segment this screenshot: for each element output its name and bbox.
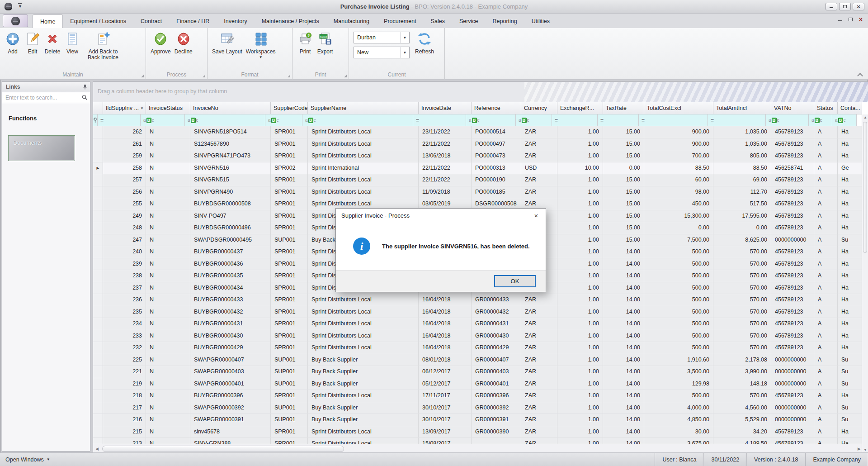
column-header-2[interactable]: InvoiceNo: [190, 102, 271, 114]
tab-utilities[interactable]: Utilities: [524, 14, 557, 28]
format-dialog-launcher-icon[interactable]: [288, 75, 290, 77]
table-row[interactable]: 221NSWAPGR00000403SUP001Buy Back Supplie…: [93, 366, 862, 378]
refresh-button[interactable]: Refresh: [413, 30, 436, 56]
table-row[interactable]: 235NBUYBGR00000432SPR001Sprint Distribut…: [93, 306, 862, 319]
column-header-3[interactable]: SupplierCode: [271, 102, 308, 114]
filter-cell-3[interactable]: aBc: [265, 114, 302, 126]
maintain-dialog-launcher-icon[interactable]: [141, 75, 144, 77]
export-button[interactable]: XLSX Export: [315, 30, 335, 56]
vertical-scrollbar[interactable]: ▲ ▼: [862, 114, 868, 453]
table-row[interactable]: 234NBUYBGR00000431SPR001Sprint Distribut…: [93, 318, 862, 330]
filter-cell-12[interactable]: aBc: [766, 114, 809, 126]
filter-cell-6[interactable]: aBc: [466, 114, 516, 126]
scroll-right-icon[interactable]: ▶: [858, 447, 861, 451]
tab-procurement[interactable]: Procurement: [377, 14, 424, 28]
table-row[interactable]: 261NS1234567890SPR001Sprint Distributors…: [93, 138, 862, 151]
table-row[interactable]: 217NSWAPGR00000392SUP001Buy Back Supplie…: [93, 402, 862, 414]
print-dialog-launcher-icon[interactable]: [344, 75, 347, 77]
table-row[interactable]: 262NSINVGRN518PO514SPR001Sprint Distribu…: [93, 126, 862, 138]
site-dropdown[interactable]: Durban ▼: [354, 32, 410, 43]
column-header-10[interactable]: TotalCostExcl: [644, 102, 713, 114]
column-header-14[interactable]: Conta...: [838, 102, 862, 114]
scroll-up-icon[interactable]: ▲: [862, 115, 868, 119]
table-row[interactable]: 215Nsinv45678SPR001Sprint Distributors L…: [93, 426, 862, 438]
delete-button[interactable]: Delete: [42, 30, 62, 56]
column-header-4[interactable]: SupplierName: [308, 102, 419, 114]
column-header-6[interactable]: Reference: [472, 102, 521, 114]
tab-finance-hr[interactable]: Finance / HR: [169, 14, 217, 28]
add-button[interactable]: Add: [3, 30, 23, 56]
filter-cell-4[interactable]: aBc: [302, 114, 413, 126]
process-dialog-launcher-icon[interactable]: [203, 75, 205, 77]
chevron-down-icon[interactable]: ▼: [400, 32, 409, 43]
column-header-8[interactable]: ExchangeR...: [557, 102, 603, 114]
filter-cell-5[interactable]: =: [413, 114, 466, 126]
pin-icon[interactable]: [83, 84, 87, 90]
approve-button[interactable]: Approve: [149, 30, 173, 56]
workspaces-button[interactable]: Workspaces ▼: [244, 30, 278, 60]
column-header-11[interactable]: TotalAmtIncl: [713, 102, 771, 114]
print-button[interactable]: ? Print: [295, 30, 315, 56]
table-row[interactable]: 213NSINV-GRN388SPR001Sprint Distributors…: [93, 438, 862, 444]
group-by-bar[interactable]: Drag a column header here to group by th…: [93, 82, 868, 102]
filter-cell-7[interactable]: aBc: [516, 114, 552, 126]
collapse-ribbon-icon[interactable]: [858, 72, 862, 76]
table-row[interactable]: 218NBUYBGR00000396SPR001Sprint Distribut…: [93, 390, 862, 402]
filter-cell-14[interactable]: aBc: [832, 114, 857, 126]
view-button[interactable]: View: [62, 30, 82, 56]
minimize-button[interactable]: [826, 3, 837, 10]
add-back-to-back-invoice-button[interactable]: Add Back to Back Invoice: [82, 30, 124, 62]
filter-cell-10[interactable]: =: [639, 114, 708, 126]
state-dropdown[interactable]: New ▼: [354, 47, 410, 58]
chevron-down-icon[interactable]: ▼: [400, 47, 409, 58]
child-close-button[interactable]: ×: [859, 16, 863, 23]
column-header-12[interactable]: VATNo: [771, 102, 814, 114]
filter-cell-13[interactable]: aBc: [809, 114, 832, 126]
tab-reporting[interactable]: Reporting: [486, 14, 524, 28]
column-header-5[interactable]: InvoiceDate: [419, 102, 472, 114]
column-header-9[interactable]: TaxRate: [603, 102, 644, 114]
tab-sales[interactable]: Sales: [424, 14, 452, 28]
table-row[interactable]: 225NSWAPGR00000407SUP001Buy Back Supplie…: [93, 354, 862, 366]
filter-cell-9[interactable]: =: [598, 114, 639, 126]
filter-cell-11[interactable]: =: [708, 114, 766, 126]
table-row[interactable]: 259NSINVPGRN471PO473SPR001Sprint Distrib…: [93, 150, 862, 162]
filter-cell-1[interactable]: aBc: [141, 114, 185, 126]
open-windows-button[interactable]: Open Windows ▼: [0, 453, 50, 466]
column-header-13[interactable]: Status: [814, 102, 838, 114]
tab-service[interactable]: Service: [452, 14, 486, 28]
table-row[interactable]: 256NSINVPGRN490SPR001Sprint Distributors…: [93, 186, 862, 199]
sidebar-item-documents[interactable]: Documents: [8, 135, 75, 161]
column-header-7[interactable]: Currency: [521, 102, 557, 114]
table-row[interactable]: ▶258NSINVGRN516SPR002Sprint Internationa…: [93, 162, 862, 175]
child-restore-button[interactable]: [849, 18, 853, 21]
scroll-down-icon[interactable]: ▼: [862, 448, 868, 452]
application-menu-button[interactable]: [3, 14, 28, 27]
horizontal-scrollbar[interactable]: ◀ ▶: [93, 444, 862, 453]
table-row[interactable]: 216NSWAPGR00000391SUP001Buy Back Supplie…: [93, 414, 862, 426]
save-layout-button[interactable]: Save Layout: [210, 30, 244, 56]
table-row[interactable]: 232NBUYBGR00000429SPR001Sprint Distribut…: [93, 342, 862, 354]
search-input[interactable]: [2, 92, 90, 103]
edit-button[interactable]: Edit: [23, 30, 42, 56]
restore-button[interactable]: [839, 3, 851, 10]
table-row[interactable]: 233NBUYBGR00000430SPR001Sprint Distribut…: [93, 330, 862, 342]
child-minimize-button[interactable]: [838, 18, 842, 21]
ok-button[interactable]: OK: [494, 275, 536, 287]
filter-cell-0[interactable]: =: [98, 114, 141, 126]
tab-home[interactable]: Home: [33, 14, 63, 28]
scroll-left-icon[interactable]: ◀: [93, 447, 101, 451]
table-row[interactable]: 219NSWAPGR00000401SUP001Buy Back Supplie…: [93, 378, 862, 390]
decline-button[interactable]: Decline: [173, 30, 194, 56]
table-row[interactable]: 257NSINVGRN515SPR001Sprint Distributors …: [93, 174, 862, 186]
horizontal-scroll-thumb[interactable]: [102, 446, 344, 452]
tab-maintenance-projects[interactable]: Maintenance / Projects: [255, 14, 326, 28]
close-button[interactable]: ×: [853, 3, 864, 10]
tab-manufacturing[interactable]: Manufacturing: [326, 14, 377, 28]
tab-inventory[interactable]: Inventory: [217, 14, 254, 28]
search-icon[interactable]: [81, 94, 88, 100]
table-row[interactable]: 236NBUYBGR00000433SPR001Sprint Distribut…: [93, 294, 862, 306]
column-header-0[interactable]: fldSuppInv ...▼: [103, 102, 146, 114]
tab-contract[interactable]: Contract: [133, 14, 169, 28]
sort-desc-icon[interactable]: ▼: [140, 106, 144, 110]
